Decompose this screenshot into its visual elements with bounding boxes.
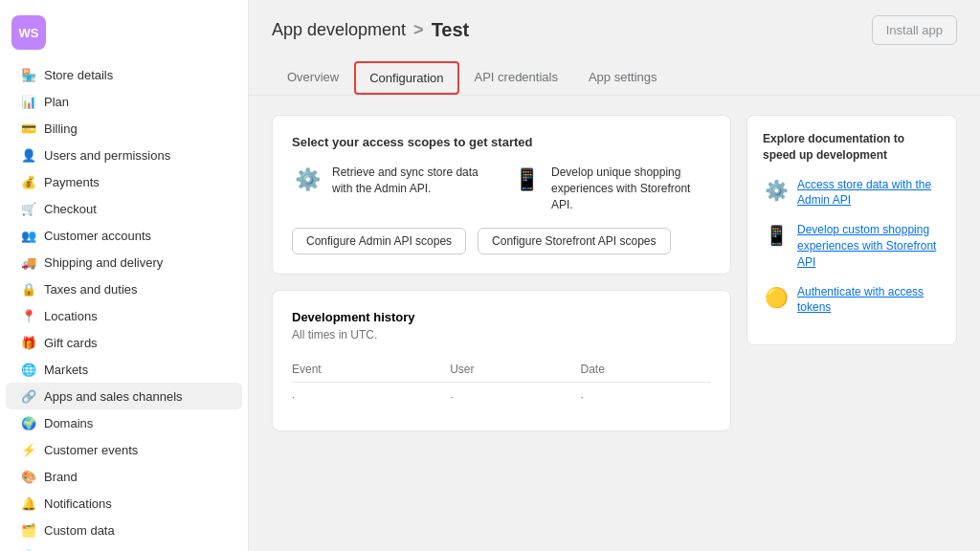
breadcrumb-current: Test	[432, 19, 470, 41]
col-user: User	[450, 357, 580, 383]
payments-icon: 💰	[21, 174, 36, 189]
access-scopes-title: Select your access scopes to get started	[292, 135, 711, 149]
sidebar-item-users-permissions[interactable]: 👤 Users and permissions	[6, 142, 242, 168]
sidebar-label: Gift cards	[44, 336, 98, 350]
sidebar-label: Checkout	[44, 202, 97, 216]
users-icon: 👤	[21, 147, 36, 163]
customer-events-icon: ⚡	[21, 442, 36, 457]
configure-admin-api-button[interactable]: Configure Admin API scopes	[292, 228, 466, 254]
tabs-bar: Overview Configuration API credentials A…	[249, 60, 980, 96]
tab-overview[interactable]: Overview	[272, 60, 354, 96]
sidebar-item-store-details[interactable]: 🏪 Store details	[6, 61, 242, 88]
doc-item-storefront: 📱 Develop custom shopping experiences wi…	[763, 222, 941, 270]
col-date: Date	[581, 357, 711, 383]
empty-cell-user: ·	[450, 383, 580, 412]
sidebar-item-customer-accounts[interactable]: 👥 Customer accounts	[6, 222, 242, 249]
customer-accounts-icon: 👥	[21, 228, 36, 243]
tab-app-settings[interactable]: App settings	[573, 60, 673, 96]
sidebar-item-markets[interactable]: 🌐 Markets	[6, 356, 242, 383]
store-icon: 🏪	[21, 67, 36, 82]
scope-options: ⚙️ Retrieve and sync store data with the…	[292, 165, 711, 212]
content-area: Select your access scopes to get started…	[249, 96, 980, 551]
sidebar-item-taxes-duties[interactable]: 🔒 Taxes and duties	[6, 276, 242, 302]
development-history-card: Development history All times in UTC. Ev…	[272, 290, 731, 431]
sidebar-item-customer-events[interactable]: ⚡ Customer events	[6, 436, 242, 463]
locations-icon: 📍	[21, 308, 36, 323]
breadcrumb-separator: >	[413, 20, 424, 40]
sidebar-item-languages[interactable]: 🌐 Languages	[6, 543, 242, 551]
doc-storefront-link[interactable]: Develop custom shopping experiences with…	[797, 222, 941, 270]
storefront-api-text: Develop unique shopping experiences with…	[551, 165, 711, 212]
breadcrumb-parent[interactable]: App development	[272, 20, 406, 40]
billing-icon: 💳	[21, 121, 36, 136]
plan-icon: 📊	[21, 94, 36, 109]
scope-option-storefront: 📱 Develop unique shopping experiences wi…	[511, 165, 711, 212]
doc-item-auth: 🟡 Authenticate with access tokens	[763, 284, 941, 317]
page-header: App development > Test Install app	[249, 0, 980, 60]
scope-buttons: Configure Admin API scopes Configure Sto…	[292, 228, 711, 254]
docs-panel-title: Explore documentation to speed up develo…	[763, 131, 941, 164]
doc-item-admin: ⚙️ Access store data with the Admin API	[763, 177, 941, 209]
sidebar-label: Brand	[44, 470, 78, 484]
shipping-icon: 🚚	[21, 254, 36, 270]
sidebar-item-notifications[interactable]: 🔔 Notifications	[6, 490, 242, 517]
history-title: Development history	[292, 310, 711, 324]
history-table: Event User Date · · ·	[292, 357, 711, 411]
domains-icon: 🌍	[21, 415, 36, 430]
gift-cards-icon: 🎁	[21, 335, 36, 350]
sidebar-item-brand[interactable]: 🎨 Brand	[6, 463, 242, 490]
sidebar-item-shipping-delivery[interactable]: 🚚 Shipping and delivery	[6, 249, 242, 276]
storefront-api-icon: 📱	[511, 165, 542, 195]
doc-auth-link[interactable]: Authenticate with access tokens	[797, 284, 941, 317]
sidebar-item-locations[interactable]: 📍 Locations	[6, 302, 242, 329]
configure-storefront-api-button[interactable]: Configure Storefront API scopes	[478, 228, 670, 254]
doc-admin-icon: ⚙️	[763, 177, 790, 204]
sidebar-item-checkout[interactable]: 🛒 Checkout	[6, 195, 242, 222]
table-row-empty: · · ·	[292, 383, 711, 412]
sidebar-item-billing[interactable]: 💳 Billing	[6, 115, 242, 142]
sidebar-label: Customer accounts	[44, 229, 151, 243]
doc-storefront-icon: 📱	[763, 222, 790, 249]
access-scopes-card: Select your access scopes to get started…	[272, 115, 731, 275]
left-panel: Select your access scopes to get started…	[272, 115, 731, 532]
empty-cell-date: ·	[581, 383, 711, 412]
admin-api-text: Retrieve and sync store data with the Ad…	[332, 165, 492, 197]
sidebar-label: Customer events	[44, 443, 138, 457]
sidebar-item-apps-sales-channels[interactable]: 🔗 Apps and sales channels	[6, 383, 242, 409]
apps-icon: 🔗	[21, 388, 36, 404]
tab-api-credentials[interactable]: API credentials	[459, 60, 573, 96]
taxes-icon: 🔒	[21, 281, 36, 297]
sidebar-label: Users and permissions	[44, 148, 170, 163]
doc-auth-icon: 🟡	[763, 284, 790, 311]
docs-panel: Explore documentation to speed up develo…	[746, 115, 957, 345]
notifications-icon: 🔔	[21, 496, 36, 511]
sidebar-label: Custom data	[44, 523, 115, 538]
install-app-button[interactable]: Install app	[872, 15, 957, 45]
sidebar-label: Store details	[44, 68, 113, 82]
breadcrumb: App development > Test	[272, 19, 469, 41]
admin-api-icon: ⚙️	[292, 165, 323, 195]
main-content: App development > Test Install app Overv…	[249, 0, 980, 551]
checkout-icon: 🛒	[21, 201, 36, 216]
sidebar-item-gift-cards[interactable]: 🎁 Gift cards	[6, 329, 242, 356]
brand-icon: 🎨	[21, 469, 36, 484]
history-subtitle: All times in UTC.	[292, 328, 711, 342]
sidebar-label: Markets	[44, 363, 88, 377]
sidebar-item-payments[interactable]: 💰 Payments	[6, 168, 242, 195]
tab-configuration[interactable]: Configuration	[354, 61, 458, 95]
sidebar-label: Domains	[44, 416, 93, 430]
sidebar-label: Locations	[44, 309, 98, 323]
sidebar-item-domains[interactable]: 🌍 Domains	[6, 409, 242, 436]
sidebar-label: Payments	[44, 175, 100, 189]
avatar: WS	[11, 15, 46, 50]
scope-option-admin: ⚙️ Retrieve and sync store data with the…	[292, 165, 492, 212]
sidebar-item-plan[interactable]: 📊 Plan	[6, 88, 242, 115]
sidebar: WS 🏪 Store details 📊 Plan 💳 Billing 👤 Us…	[0, 0, 249, 551]
sidebar-label: Apps and sales channels	[44, 389, 183, 404]
sidebar-label: Billing	[44, 121, 78, 136]
sidebar-item-custom-data[interactable]: 🗂️ Custom data	[6, 517, 242, 543]
sidebar-label: Notifications	[44, 496, 112, 511]
empty-cell-event: ·	[292, 383, 450, 412]
doc-admin-link[interactable]: Access store data with the Admin API	[797, 177, 941, 209]
sidebar-label: Shipping and delivery	[44, 255, 163, 270]
